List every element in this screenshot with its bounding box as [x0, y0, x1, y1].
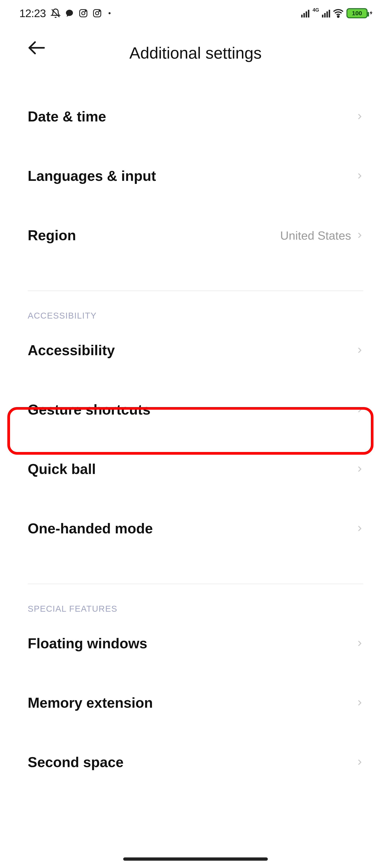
- row-label: One-handed mode: [28, 520, 153, 537]
- status-right: 4G 100: [301, 7, 374, 19]
- row-label: Floating windows: [28, 635, 147, 652]
- chevron-right-icon: [356, 640, 363, 647]
- row-date-time[interactable]: Date & time: [0, 87, 391, 146]
- signal-icon: [301, 9, 309, 18]
- svg-point-6: [99, 10, 100, 11]
- section-special-features: SPECIAL FEATURES: [0, 584, 391, 614]
- battery-percent: 100: [352, 10, 362, 17]
- row-label: Accessibility: [28, 342, 115, 359]
- chevron-right-icon: [356, 406, 363, 413]
- signal-icon: [322, 9, 330, 18]
- row-region[interactable]: Region United States: [0, 206, 391, 265]
- row-floating-windows[interactable]: Floating windows: [0, 614, 391, 673]
- row-label: Date & time: [28, 108, 106, 125]
- battery-icon: 100: [346, 8, 374, 18]
- chevron-right-icon: [356, 699, 363, 707]
- svg-point-2: [82, 11, 85, 15]
- row-memory-extension[interactable]: Memory extension: [0, 673, 391, 733]
- chevron-right-icon: [356, 465, 363, 473]
- wifi-icon: [333, 7, 344, 19]
- instagram-icon: [78, 8, 89, 19]
- row-label: Quick ball: [28, 461, 96, 477]
- chevron-right-icon: [356, 347, 363, 354]
- row-label: Gesture shortcuts: [28, 402, 150, 418]
- page-title: Additional settings: [129, 44, 261, 62]
- svg-point-5: [95, 11, 99, 15]
- page-header: Additional settings: [0, 26, 391, 87]
- row-label: Region: [28, 227, 76, 244]
- status-bar: 12:23: [0, 0, 391, 26]
- chevron-right-icon: [356, 113, 363, 120]
- more-dot-icon: [109, 12, 111, 14]
- back-button[interactable]: [26, 38, 47, 58]
- network-type-label: 4G: [313, 7, 319, 12]
- row-quick-ball[interactable]: Quick ball: [0, 439, 391, 499]
- chevron-right-icon: [356, 172, 363, 180]
- row-second-space[interactable]: Second space: [0, 733, 391, 792]
- chat-bubble-icon: [64, 8, 75, 19]
- row-value: United States: [280, 229, 351, 242]
- row-one-handed-mode[interactable]: One-handed mode: [0, 499, 391, 558]
- row-label: Memory extension: [28, 695, 153, 711]
- svg-point-3: [85, 10, 86, 11]
- charging-bolt-icon: [369, 9, 374, 18]
- status-clock: 12:23: [19, 7, 46, 20]
- bell-muted-icon: [50, 8, 61, 19]
- row-gesture-shortcuts[interactable]: Gesture shortcuts: [0, 380, 391, 439]
- home-indicator[interactable]: [123, 858, 268, 861]
- row-languages-input[interactable]: Languages & input: [0, 146, 391, 206]
- row-label: Languages & input: [28, 168, 156, 184]
- chevron-right-icon: [356, 758, 363, 766]
- chevron-right-icon: [356, 525, 363, 532]
- arrow-left-icon: [27, 38, 47, 58]
- row-accessibility[interactable]: Accessibility: [0, 320, 391, 380]
- section-accessibility: ACCESSIBILITY: [0, 291, 391, 320]
- svg-point-7: [337, 16, 339, 17]
- instagram-icon: [92, 8, 103, 19]
- status-left: 12:23: [19, 7, 111, 20]
- row-label: Second space: [28, 754, 123, 770]
- chevron-right-icon: [356, 232, 363, 239]
